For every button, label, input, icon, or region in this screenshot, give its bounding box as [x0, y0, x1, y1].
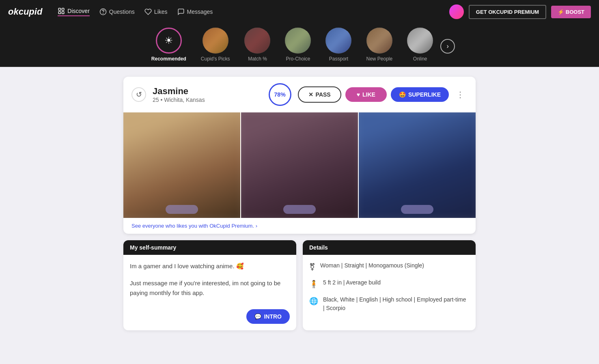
- category-passport[interactable]: Passport: [318, 28, 359, 67]
- heart-icon: ♥: [357, 91, 360, 98]
- action-buttons: ✕ PASS ♥ LIKE 🤩 SUPERLIKE ⋮: [298, 86, 468, 103]
- category-pro-choice[interactable]: Pro-Choice: [278, 28, 318, 67]
- profile-location: 25 • Wichita, Kansas: [153, 97, 262, 103]
- online-circle: [407, 28, 433, 54]
- profile-card: ↺ Jasmine 25 • Wichita, Kansas 78% ✕ PAS…: [123, 77, 476, 234]
- photo-3[interactable]: [359, 112, 476, 218]
- recommended-circle: ☀: [156, 28, 182, 54]
- x-icon: ✕: [308, 91, 313, 98]
- intro-button[interactable]: 💬 INTRO: [246, 309, 290, 324]
- prochoice-circle: [285, 28, 311, 54]
- main-nav: Discover Questions Likes Messages: [58, 7, 213, 16]
- gender-icon: ⚧: [309, 262, 315, 273]
- main-content: ↺ Jasmine 25 • Wichita, Kansas 78% ✕ PAS…: [117, 77, 482, 330]
- premium-button[interactable]: GET OKCUPID PREMIUM: [469, 5, 546, 19]
- photo-blur-1: [123, 112, 240, 218]
- prochoice-label: Pro-Choice: [286, 56, 310, 62]
- categories-bar: ☀ Recommended Cupid's Picks Match % Pro-…: [0, 24, 599, 67]
- passport-label: Passport: [329, 56, 348, 62]
- header-right: GET OKCUPID PREMIUM ⚡ BOOST: [449, 4, 591, 19]
- photos-row: [123, 112, 476, 218]
- summary-text-2: Just message me if you're interested, im…: [130, 278, 290, 298]
- online-label: Online: [413, 56, 427, 62]
- match-label: Match %: [248, 56, 267, 62]
- new-people-avatar: [366, 28, 392, 54]
- chat-icon: 💬: [254, 313, 261, 320]
- photo-tag-1: [166, 205, 198, 214]
- photo-tag-2: [283, 205, 316, 214]
- pass-button[interactable]: ✕ PASS: [298, 86, 341, 103]
- sun-icon: ☀: [164, 35, 173, 46]
- self-summary-header: My self-summary: [123, 240, 296, 255]
- premium-link-bar: See everyone who likes you with OkCupid …: [123, 218, 476, 234]
- details-header: Details: [303, 240, 476, 255]
- premium-link[interactable]: See everyone who likes you with OkCupid …: [131, 223, 257, 229]
- boost-button[interactable]: ⚡ BOOST: [551, 6, 591, 18]
- match-circle: [244, 28, 270, 54]
- category-new-people[interactable]: New People: [359, 28, 400, 67]
- height-icon: 🧍: [309, 279, 318, 290]
- photo-blur-2: [241, 112, 358, 218]
- self-summary-body: Im a gamer and I love watching anime. 🥰 …: [123, 255, 296, 330]
- prochoice-avatar: [285, 28, 311, 54]
- more-options-button[interactable]: ⋮: [453, 88, 468, 101]
- cupids-label: Cupid's Picks: [201, 56, 230, 62]
- like-button[interactable]: ♥ LIKE: [345, 87, 387, 102]
- about-section: My self-summary Im a gamer and I love wa…: [123, 240, 476, 330]
- category-cupids-picks[interactable]: Cupid's Picks: [194, 28, 237, 67]
- nav-questions[interactable]: Questions: [99, 8, 135, 15]
- match-percentage: 78%: [274, 91, 286, 98]
- svg-rect-3: [62, 12, 64, 14]
- passport-avatar: [325, 28, 351, 54]
- new-people-circle: [366, 28, 392, 54]
- cupids-circle: [203, 28, 228, 54]
- svg-point-5: [103, 13, 103, 13]
- superlike-button[interactable]: 🤩 SUPERLIKE: [391, 87, 449, 102]
- profile-header: ↺ Jasmine 25 • Wichita, Kansas 78% ✕ PAS…: [123, 77, 476, 112]
- profile-name: Jasmine: [153, 86, 262, 97]
- summary-text-1: Im a gamer and I love watching anime. 🥰: [130, 261, 290, 271]
- photo-1[interactable]: [123, 112, 240, 218]
- main-header: okcupid Discover Questions Likes Message…: [0, 0, 599, 24]
- undo-button[interactable]: ↺: [131, 87, 146, 102]
- photo-2[interactable]: [241, 112, 358, 218]
- self-summary-card: My self-summary Im a gamer and I love wa…: [123, 240, 296, 330]
- match-circle-badge: 78%: [269, 83, 291, 106]
- category-recommended[interactable]: ☀ Recommended: [144, 28, 194, 67]
- categories-next-arrow[interactable]: ›: [440, 39, 455, 54]
- cupids-avatar: [203, 28, 228, 54]
- category-match[interactable]: Match %: [237, 28, 278, 67]
- globe-icon: 🌐: [309, 296, 318, 307]
- details-row-3: 🌐 Black, White | English | High school |…: [309, 295, 469, 312]
- nav-discover[interactable]: Discover: [58, 7, 89, 16]
- photo-blur-3: [359, 112, 476, 218]
- svg-rect-0: [59, 8, 61, 10]
- online-avatar: [407, 28, 433, 54]
- new-people-label: New People: [366, 56, 392, 62]
- user-avatar[interactable]: [449, 4, 464, 19]
- details-body: ⚧ Woman | Straight | Monogamous (Single)…: [303, 255, 476, 325]
- photo-tag-3: [401, 205, 433, 214]
- passport-circle: [325, 28, 351, 54]
- svg-rect-2: [59, 12, 61, 14]
- profile-info: Jasmine 25 • Wichita, Kansas: [153, 86, 262, 103]
- nav-likes[interactable]: Likes: [144, 8, 168, 15]
- match-avatar: [244, 28, 270, 54]
- recommended-label: Recommended: [151, 56, 186, 62]
- svg-rect-1: [62, 8, 64, 10]
- details-row-2: 🧍 5 ft 2 in | Average build: [309, 278, 469, 290]
- category-online[interactable]: Online: [400, 28, 440, 67]
- superlike-icon: 🤩: [399, 91, 406, 98]
- details-card: Details ⚧ Woman | Straight | Monogamous …: [303, 240, 476, 330]
- details-row-1: ⚧ Woman | Straight | Monogamous (Single): [309, 261, 469, 273]
- logo: okcupid: [8, 6, 42, 17]
- nav-messages[interactable]: Messages: [177, 8, 213, 15]
